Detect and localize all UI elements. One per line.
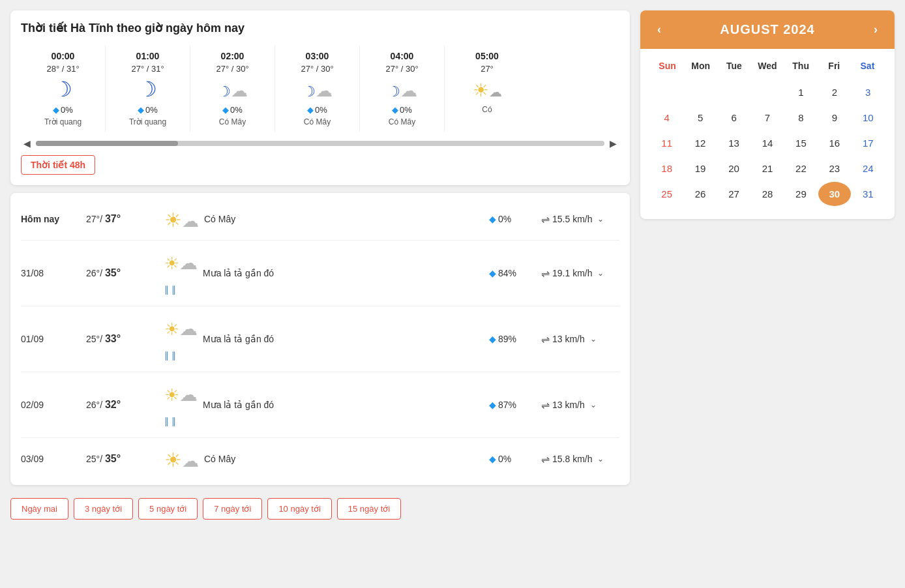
expand-icon[interactable]: ⌄ [590, 334, 597, 344]
daily-rain: ◆ 0% [489, 454, 541, 464]
hourly-temp: 27° [452, 64, 522, 74]
hourly-item: 03:00 27° / 30° ☾☁ ◆0% Có Mây [275, 46, 360, 132]
calendar-cell[interactable]: 27 [718, 182, 750, 206]
hourly-time: 01:00 [113, 51, 182, 61]
calendar-day-header: Sun [651, 57, 684, 75]
hourly-time: 03:00 [283, 51, 351, 61]
hourly-temp: 27° / 30° [368, 64, 436, 74]
daily-icon-desc: ☀☁∥ ∥ Mưa lả tả gần đó [164, 381, 489, 428]
daily-date: 02/09 [21, 400, 86, 410]
calendar-cell[interactable]: 3 [852, 80, 884, 104]
calendar-day-header: Fri [818, 57, 851, 75]
daily-row[interactable]: 31/08 26°/ 35° ☀☁∥ ∥ Mưa lả tả gần đó ◆ … [21, 241, 619, 306]
calendar-cell[interactable]: 13 [718, 131, 750, 155]
daily-rain: ◆ 89% [489, 334, 541, 344]
calendar-cell-empty [651, 80, 683, 104]
calendar-prev-btn[interactable]: ‹ [653, 23, 665, 37]
calendar-grid: 1234567891011121314151617181920212223242… [651, 80, 884, 206]
calendar-cell[interactable]: 26 [684, 182, 716, 206]
nav-buttons: Ngày mai3 ngày tới5 ngày tới7 ngày tới10… [10, 498, 630, 520]
calendar-cell[interactable]: 17 [852, 131, 884, 155]
calendar-cell[interactable]: 28 [751, 182, 783, 206]
daily-temp: 25°/ 35° [86, 453, 164, 465]
scroll-left-arrow[interactable]: ◀ [21, 137, 33, 150]
calendar-cell[interactable]: 22 [785, 156, 817, 181]
nav-btn-3[interactable]: 7 ngày tới [203, 498, 262, 520]
hourly-icon: ☾☁ [368, 79, 436, 100]
daily-weather-icon: ☀☁∥ ∥ [164, 381, 198, 428]
scroll-right-arrow[interactable]: ▶ [607, 137, 619, 150]
daily-row[interactable]: 03/09 25°/ 35° ☀☁ Có Mây ◆ 0% ⇌ 15.8 km/… [21, 438, 619, 480]
hourly-scroll-wrapper: 00:00 28° / 31° ☾ ◆0% Trời quang 01:00 2… [21, 46, 619, 132]
hourly-time: 00:00 [29, 51, 97, 61]
hourly-time: 04:00 [368, 51, 436, 61]
calendar-next-btn[interactable]: › [870, 23, 882, 37]
calendar-cell[interactable]: 6 [718, 106, 750, 130]
daily-icon-desc: ☀☁∥ ∥ Mưa lả tả gần đó [164, 316, 489, 362]
hourly-temp: 27° / 30° [198, 64, 267, 74]
daily-date: 03/09 [21, 454, 86, 464]
expand-icon[interactable]: ⌄ [597, 214, 604, 224]
right-panel: ‹ AUGUST 2024 › SunMonTueWedThuFriSat 12… [640, 10, 895, 578]
wind-icon: ⇌ [541, 399, 550, 411]
calendar-cell[interactable]: 7 [751, 106, 783, 130]
btn-48h[interactable]: Thời tiết 48h [21, 155, 95, 175]
daily-forecast-card: Hôm nay 27°/ 37° ☀☁ Có Mây ◆ 0% ⇌ 15.5 k… [10, 193, 630, 485]
daily-row[interactable]: 02/09 26°/ 32° ☀☁∥ ∥ Mưa lả tả gần đó ◆ … [21, 372, 619, 438]
calendar-cell[interactable]: 4 [651, 106, 683, 130]
hourly-desc: Trời quang [29, 117, 97, 126]
calendar-cell[interactable]: 20 [718, 156, 750, 181]
calendar-cell[interactable]: 16 [818, 131, 850, 155]
daily-wind: ⇌ 13 km/h ⌄ [541, 333, 619, 345]
daily-weather-icon: ☀☁ [164, 447, 199, 471]
expand-icon[interactable]: ⌄ [590, 400, 597, 409]
hourly-desc: Có Mây [368, 117, 436, 126]
calendar-cell[interactable]: 24 [852, 156, 884, 181]
calendar-cell[interactable]: 14 [751, 131, 783, 155]
hourly-item: 04:00 27° / 30° ☾☁ ◆0% Có Mây [360, 46, 445, 132]
daily-desc-text: Mưa lả tả gần đó [203, 268, 274, 278]
daily-wind: ⇌ 13 km/h ⌄ [541, 399, 619, 411]
calendar-cell[interactable]: 1 [785, 80, 817, 104]
hourly-rain: ◆0% [113, 105, 182, 115]
scrollbar-row: ◀ ▶ [21, 137, 619, 150]
daily-wind: ⇌ 15.5 km/h ⌄ [541, 213, 619, 226]
calendar-cell[interactable]: 10 [852, 106, 884, 130]
calendar-cell[interactable]: 15 [785, 131, 817, 155]
nav-btn-1[interactable]: 3 ngày tới [74, 498, 133, 520]
calendar-cell[interactable]: 5 [684, 106, 716, 130]
calendar-cell[interactable]: 25 [651, 182, 683, 206]
daily-row[interactable]: Hôm nay 27°/ 37° ☀☁ Có Mây ◆ 0% ⇌ 15.5 k… [21, 198, 619, 241]
calendar-cell[interactable]: 31 [852, 182, 884, 206]
hourly-temp: 27° / 31° [113, 64, 182, 74]
calendar-cell[interactable]: 11 [651, 131, 683, 155]
calendar-cell[interactable]: 23 [818, 156, 850, 181]
daily-weather-icon: ☀☁∥ ∥ [164, 316, 198, 362]
hourly-rain: ◆0% [283, 105, 351, 115]
daily-icon-desc: ☀☁ Có Mây [164, 207, 489, 231]
nav-btn-4[interactable]: 10 ngày tới [267, 498, 331, 520]
calendar-cell[interactable]: 12 [684, 131, 716, 155]
nav-btn-5[interactable]: 15 ngày tới [337, 498, 401, 520]
hourly-weather-card: Thời tiết Hà Tĩnh theo giờ ngày hôm nay … [10, 10, 630, 185]
calendar-cell[interactable]: 18 [651, 156, 683, 181]
hourly-item: 01:00 27° / 31° ☾ ◆0% Trời quang [106, 46, 190, 132]
calendar-cell[interactable]: 21 [751, 156, 783, 181]
expand-icon[interactable]: ⌄ [597, 454, 604, 463]
nav-btn-0[interactable]: Ngày mai [10, 498, 68, 520]
calendar-day-header: Thu [784, 57, 818, 75]
hourly-temp: 27° / 30° [283, 64, 351, 74]
calendar-cell[interactable]: 2 [818, 80, 850, 104]
nav-btn-2[interactable]: 5 ngày tới [138, 498, 198, 520]
wind-icon: ⇌ [541, 267, 550, 280]
calendar-cell[interactable]: 19 [684, 156, 716, 181]
hourly-icon: ☾☁ [283, 79, 351, 100]
daily-row[interactable]: 01/09 25°/ 33° ☀☁∥ ∥ Mưa lả tả gần đó ◆ … [21, 306, 619, 372]
calendar-cell[interactable]: 8 [785, 106, 817, 130]
calendar-header: ‹ AUGUST 2024 › [640, 10, 895, 49]
daily-rain: ◆ 84% [489, 268, 541, 278]
expand-icon[interactable]: ⌄ [597, 269, 604, 278]
calendar-cell[interactable]: 29 [785, 182, 817, 206]
calendar-cell[interactable]: 30 [818, 182, 850, 206]
calendar-cell[interactable]: 9 [818, 106, 850, 130]
